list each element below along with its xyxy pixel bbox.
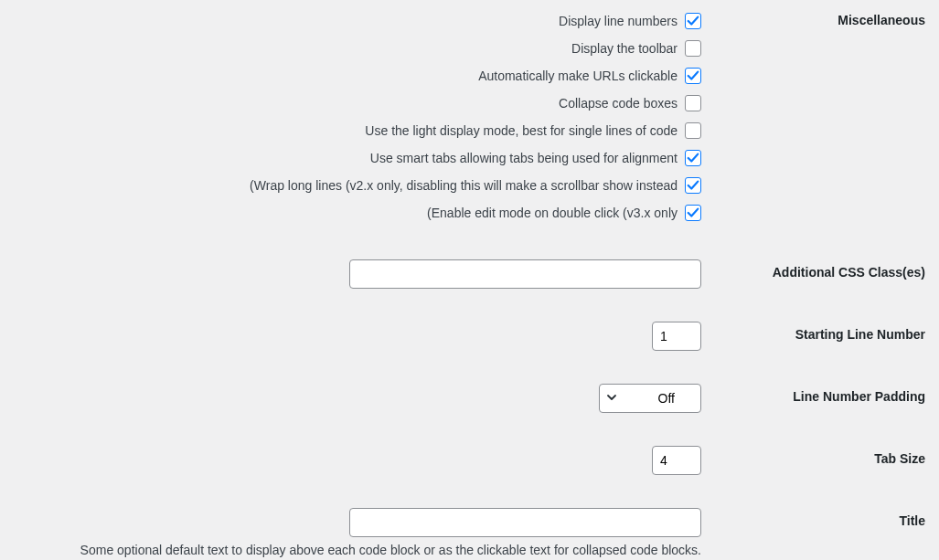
tab-size-input[interactable] bbox=[652, 446, 701, 475]
light-mode-checkbox[interactable] bbox=[685, 122, 701, 139]
tab-size-heading: Tab Size bbox=[738, 446, 925, 466]
smart-tabs-label: Use smart tabs allowing tabs being used … bbox=[370, 151, 678, 165]
title-heading: Title bbox=[738, 508, 925, 528]
collapse-code-checkbox[interactable] bbox=[685, 95, 701, 111]
line-padding-heading: Line Number Padding bbox=[738, 384, 925, 404]
line-padding-select[interactable] bbox=[599, 384, 701, 413]
css-classes-input[interactable] bbox=[349, 259, 701, 289]
smart-tabs-checkbox[interactable] bbox=[685, 150, 701, 166]
miscellaneous-heading: Miscellaneous bbox=[738, 7, 925, 27]
urls-clickable-label: Automatically make URLs clickable bbox=[478, 69, 678, 83]
wrap-lines-checkbox[interactable] bbox=[685, 177, 701, 194]
title-input[interactable] bbox=[349, 508, 701, 537]
display-line-numbers-label: Display line numbers bbox=[559, 14, 678, 28]
css-classes-heading: Additional CSS Class(es) bbox=[738, 259, 925, 280]
wrap-lines-label: (Wrap long lines (v2.x only, disabling t… bbox=[250, 178, 678, 193]
edit-mode-checkbox[interactable] bbox=[685, 205, 701, 221]
starting-line-input[interactable] bbox=[652, 322, 701, 351]
collapse-code-label: Collapse code boxes bbox=[559, 96, 678, 111]
edit-mode-label: (Enable edit mode on double click (v3.x … bbox=[427, 206, 678, 220]
title-description: .Some optional default text to display a… bbox=[14, 537, 701, 557]
urls-clickable-checkbox[interactable] bbox=[685, 68, 701, 84]
starting-line-heading: Starting Line Number bbox=[738, 322, 925, 342]
display-line-numbers-checkbox[interactable] bbox=[685, 13, 701, 29]
display-toolbar-label: Display the toolbar bbox=[571, 41, 678, 56]
light-mode-label: Use the light display mode, best for sin… bbox=[365, 123, 678, 138]
display-toolbar-checkbox[interactable] bbox=[685, 40, 701, 57]
